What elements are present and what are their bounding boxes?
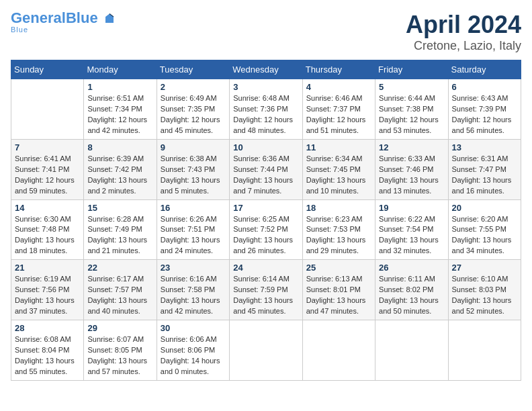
day-cell: 19Sunrise: 6:22 AMSunset: 7:54 PMDayligh… — [375, 199, 448, 260]
day-info-line: Sunrise: 6:25 AM — [233, 214, 298, 225]
day-info-line: and 29 minutes. — [306, 246, 371, 257]
day-cell: 26Sunrise: 6:11 AMSunset: 8:02 PMDayligh… — [375, 260, 448, 320]
day-cell: 4Sunrise: 6:46 AMSunset: 7:37 PMDaylight… — [302, 79, 375, 140]
day-cell: 5Sunrise: 6:44 AMSunset: 7:38 PMDaylight… — [375, 79, 448, 140]
day-info: Sunrise: 6:28 AMSunset: 7:49 PMDaylight:… — [87, 214, 152, 257]
day-info-line: Daylight: 14 hours — [161, 356, 226, 367]
day-info: Sunrise: 6:31 AMSunset: 7:47 PMDaylight:… — [452, 154, 517, 197]
day-info-line: Sunrise: 6:19 AM — [15, 274, 80, 285]
day-number: 22 — [87, 263, 152, 273]
day-info-line: Sunrise: 6:34 AM — [306, 154, 371, 165]
day-info-line: Sunset: 7:42 PM — [87, 165, 152, 175]
day-info: Sunrise: 6:17 AMSunset: 7:57 PMDaylight:… — [87, 274, 152, 317]
day-info-line: and 57 minutes. — [87, 367, 152, 377]
day-info-line: Daylight: 13 hours — [452, 295, 517, 306]
day-number: 3 — [233, 82, 298, 92]
day-info-line: Daylight: 13 hours — [379, 235, 444, 246]
day-info-line: Daylight: 13 hours — [306, 175, 371, 186]
page-title: April 2024 — [406, 11, 521, 39]
day-info-line: and 51 minutes. — [306, 126, 371, 136]
day-info-line: Sunset: 7:37 PM — [306, 104, 371, 115]
day-number: 19 — [379, 203, 444, 213]
day-info: Sunrise: 6:34 AMSunset: 7:45 PMDaylight:… — [306, 154, 371, 197]
day-cell — [448, 320, 521, 381]
day-cell: 10Sunrise: 6:36 AMSunset: 7:44 PMDayligh… — [230, 139, 302, 199]
logo-tagline: Blue — [11, 26, 28, 34]
day-number: 28 — [15, 323, 80, 333]
day-cell: 14Sunrise: 6:30 AMSunset: 7:48 PMDayligh… — [11, 199, 84, 260]
day-info-line: Daylight: 13 hours — [452, 175, 517, 186]
day-info-line: Sunset: 7:45 PM — [306, 165, 371, 175]
day-cell: 27Sunrise: 6:10 AMSunset: 8:03 PMDayligh… — [448, 260, 521, 320]
day-info-line: and 45 minutes. — [161, 126, 226, 136]
day-info: Sunrise: 6:11 AMSunset: 8:02 PMDaylight:… — [379, 274, 444, 317]
day-info-line: Sunset: 8:02 PM — [379, 285, 444, 295]
day-info: Sunrise: 6:51 AMSunset: 7:34 PMDaylight:… — [87, 93, 152, 136]
day-info-line: Sunrise: 6:51 AM — [87, 93, 152, 104]
day-info-line: Sunrise: 6:36 AM — [233, 154, 298, 165]
day-info-line: and 34 minutes. — [452, 246, 517, 257]
day-info-line: and 40 minutes. — [87, 306, 152, 317]
day-info-line: Daylight: 13 hours — [15, 356, 80, 367]
day-cell: 28Sunrise: 6:08 AMSunset: 8:04 PMDayligh… — [11, 320, 84, 381]
logo-text: GeneralBlue — [11, 11, 116, 26]
day-cell: 30Sunrise: 6:06 AMSunset: 8:06 PMDayligh… — [157, 320, 229, 381]
day-info-line: and 56 minutes. — [452, 126, 517, 136]
day-info-line: Sunrise: 6:28 AM — [87, 214, 152, 225]
day-info-line: Sunrise: 6:43 AM — [452, 93, 517, 104]
week-row-1: 1Sunrise: 6:51 AMSunset: 7:34 PMDaylight… — [11, 79, 521, 140]
day-number: 1 — [87, 82, 152, 92]
day-info: Sunrise: 6:13 AMSunset: 8:01 PMDaylight:… — [306, 274, 371, 317]
logo-icon — [103, 13, 116, 25]
day-number: 8 — [87, 142, 152, 152]
day-info-line: Sunset: 7:39 PM — [452, 104, 517, 115]
day-number: 17 — [233, 203, 298, 213]
day-info-line: Sunset: 7:44 PM — [233, 165, 298, 175]
column-header-saturday: Saturday — [448, 60, 521, 79]
day-number: 25 — [306, 263, 371, 273]
day-info-line: Sunset: 7:55 PM — [452, 224, 517, 235]
day-number: 30 — [161, 323, 226, 333]
day-info-line: Daylight: 13 hours — [379, 295, 444, 306]
day-number: 10 — [233, 142, 298, 152]
day-info-line: Daylight: 13 hours — [15, 235, 80, 246]
day-cell: 2Sunrise: 6:49 AMSunset: 7:35 PMDaylight… — [157, 79, 229, 140]
day-info-line: Sunset: 7:59 PM — [233, 285, 298, 295]
day-info: Sunrise: 6:41 AMSunset: 7:41 PMDaylight:… — [15, 154, 80, 197]
page-subtitle: Cretone, Lazio, Italy — [406, 39, 521, 53]
week-row-5: 28Sunrise: 6:08 AMSunset: 8:04 PMDayligh… — [11, 320, 521, 381]
day-info-line: Daylight: 13 hours — [87, 175, 152, 186]
day-info-line: Sunset: 8:06 PM — [161, 345, 226, 356]
day-cell: 12Sunrise: 6:33 AMSunset: 7:46 PMDayligh… — [375, 139, 448, 199]
calendar-table: SundayMondayTuesdayWednesdayThursdayFrid… — [11, 60, 521, 381]
day-cell — [375, 320, 448, 381]
day-cell — [230, 320, 302, 381]
day-info-line: Daylight: 13 hours — [233, 295, 298, 306]
day-info-line: and 50 minutes. — [379, 306, 444, 317]
logo-general: General — [11, 9, 66, 26]
day-info-line: Daylight: 13 hours — [15, 295, 80, 306]
day-info-line: and 37 minutes. — [15, 306, 80, 317]
column-header-tuesday: Tuesday — [157, 60, 229, 79]
day-info-line: Sunrise: 6:26 AM — [161, 214, 226, 225]
day-cell: 24Sunrise: 6:14 AMSunset: 7:59 PMDayligh… — [230, 260, 302, 320]
day-info-line: Sunrise: 6:13 AM — [306, 274, 371, 285]
day-info-line: and 55 minutes. — [15, 367, 80, 377]
day-info-line: Sunrise: 6:49 AM — [161, 93, 226, 104]
day-cell: 9Sunrise: 6:38 AMSunset: 7:43 PMDaylight… — [157, 139, 229, 199]
logo: GeneralBlue Blue — [11, 11, 116, 34]
day-cell: 16Sunrise: 6:26 AMSunset: 7:51 PMDayligh… — [157, 199, 229, 260]
day-info-line: Sunrise: 6:48 AM — [233, 93, 298, 104]
day-number: 13 — [452, 142, 517, 152]
day-info-line: Sunset: 8:04 PM — [15, 345, 80, 356]
day-info-line: Sunset: 8:01 PM — [306, 285, 371, 295]
day-info-line: Daylight: 12 hours — [87, 115, 152, 126]
day-info-line: and 53 minutes. — [379, 126, 444, 136]
day-info-line: and 45 minutes. — [233, 306, 298, 317]
day-number: 12 — [379, 142, 444, 152]
day-info-line: and 13 minutes. — [379, 186, 444, 197]
day-info-line: Daylight: 13 hours — [233, 235, 298, 246]
day-info-line: Sunrise: 6:39 AM — [87, 154, 152, 165]
day-cell — [11, 79, 84, 140]
day-info-line: Sunrise: 6:33 AM — [379, 154, 444, 165]
